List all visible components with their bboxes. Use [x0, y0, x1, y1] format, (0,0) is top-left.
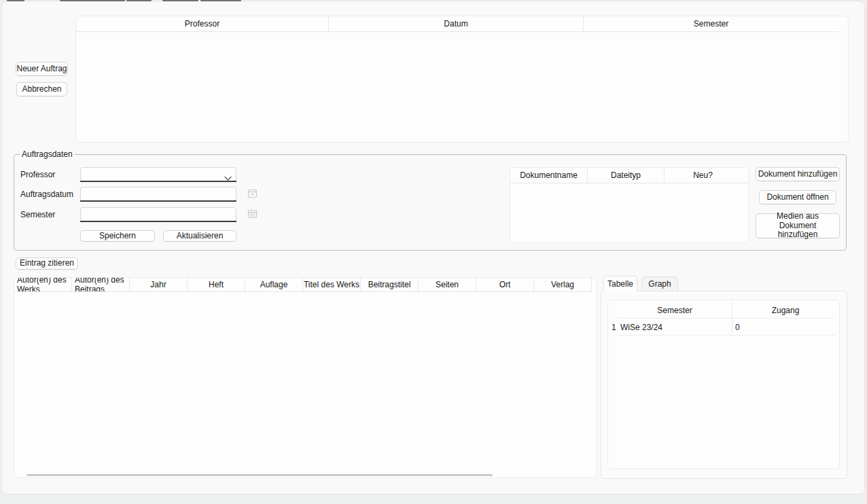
order-date-underline	[80, 200, 236, 202]
refresh-button[interactable]: Aktualisieren	[163, 230, 236, 242]
professor-combobox-input[interactable]	[84, 168, 222, 181]
top-tab-remnant	[162, 0, 198, 1]
citations-col-work-title[interactable]: Titel des Werks	[303, 278, 361, 291]
semester-stats-table[interactable]: Semester Zugang 1 WiSe 23/24 0	[607, 300, 840, 469]
orders-col-datum[interactable]: Datum	[329, 16, 584, 31]
citations-col-year[interactable]: Jahr	[130, 278, 188, 291]
stats-row-semester[interactable]: WiSe 23/24	[620, 323, 662, 332]
chevron-down-icon[interactable]	[224, 172, 232, 184]
calendar-grid-icon	[247, 209, 258, 221]
semester-input-field[interactable]	[84, 208, 222, 221]
groupbox-title: Auftragsdaten	[20, 149, 75, 159]
order-date-input[interactable]	[80, 187, 236, 201]
stats-row-divider	[618, 335, 835, 336]
semester-label: Semester	[20, 210, 55, 219]
semester-input[interactable]	[80, 207, 236, 221]
app-root: Professor Datum Semester Neuer Auftrag A…	[0, 0, 867, 504]
top-tab-remnant	[7, 0, 24, 1]
add-media-from-document-button[interactable]: Medien aus Dokument hinzufügen	[756, 213, 840, 238]
citations-col-edition[interactable]: Auflage	[245, 278, 303, 291]
top-tab-remnant	[60, 0, 125, 1]
tab-graph[interactable]: Graph	[641, 276, 678, 291]
top-tab-remnant	[126, 0, 152, 1]
order-date-label: Auftragsdatum	[20, 190, 73, 199]
new-order-button[interactable]: Neuer Auftrag	[16, 62, 68, 76]
documents-col-filetype[interactable]: Dateityp	[588, 168, 665, 183]
save-button[interactable]: Speichern	[80, 230, 155, 242]
professor-underline	[80, 181, 236, 182]
stats-column-divider	[732, 302, 732, 335]
orders-col-semester[interactable]: Semester	[584, 16, 838, 31]
citations-col-publisher[interactable]: Verlag	[534, 278, 592, 291]
cite-entry-button[interactable]: Eintrag zitieren	[16, 257, 78, 270]
stats-col-semester[interactable]: Semester	[618, 302, 732, 318]
add-document-button[interactable]: Dokument hinzufügen	[756, 167, 840, 181]
order-date-input-field[interactable]	[84, 187, 222, 200]
citations-col-issue[interactable]: Heft	[188, 278, 245, 291]
orders-col-professor[interactable]: Professor	[76, 16, 329, 31]
calendar-day-icon	[247, 188, 258, 201]
documents-col-new[interactable]: Neu?	[665, 168, 741, 183]
professor-label: Professor	[20, 170, 55, 179]
stats-panel: Semester Zugang 1 WiSe 23/24 0	[601, 291, 847, 479]
open-document-button[interactable]: Dokument öffnen	[759, 190, 836, 204]
stats-header-divider	[618, 318, 835, 319]
citations-col-contribution-title[interactable]: Beitragstitel	[361, 278, 419, 291]
documents-col-name[interactable]: Dokumentname	[510, 168, 588, 183]
orders-table[interactable]: Professor Datum Semester	[75, 16, 849, 143]
citations-table-header: Autor(en) des Werks Autor(en) des Beitra…	[14, 278, 592, 292]
row-index: 1	[612, 323, 616, 332]
semester-underline	[80, 221, 236, 222]
citations-col-work-authors[interactable]: Autor(en) des Werks	[14, 278, 72, 291]
documents-table[interactable]: Dokumentname Dateityp Neu?	[510, 167, 749, 243]
orders-table-header: Professor Datum Semester	[76, 16, 838, 32]
stats-col-zugang[interactable]: Zugang	[732, 302, 839, 318]
top-tab-remnant	[200, 0, 241, 1]
citations-col-pages[interactable]: Seiten	[419, 278, 476, 291]
citations-table[interactable]: Autor(en) des Werks Autor(en) des Beitra…	[14, 277, 597, 478]
tab-tabelle[interactable]: Tabelle	[603, 276, 637, 291]
horizontal-scrollbar[interactable]	[26, 474, 493, 476]
professor-combobox[interactable]	[80, 167, 236, 181]
citations-col-contribution-authors[interactable]: Autor(en) des Beitrags	[72, 278, 130, 291]
stats-row-zugang[interactable]: 0	[735, 323, 740, 332]
documents-table-header: Dokumentname Dateityp Neu?	[510, 168, 747, 183]
citations-col-place[interactable]: Ort	[476, 278, 534, 291]
cancel-button[interactable]: Abbrechen	[16, 82, 67, 96]
